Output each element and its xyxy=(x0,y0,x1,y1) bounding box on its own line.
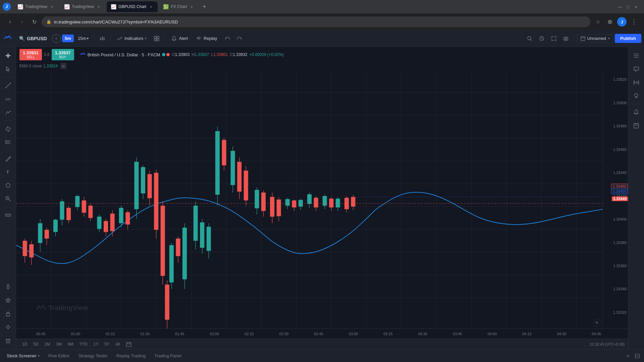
svg-rect-144 xyxy=(270,197,274,217)
chart-canvas[interactable]: 1.33520 1.33500 1.33480 1.33460 1.33440 … xyxy=(16,70,628,328)
redo-button[interactable] xyxy=(234,33,245,44)
tab4-close[interactable]: × xyxy=(189,4,194,9)
ideas-icon xyxy=(633,93,640,99)
tf-1y[interactable]: 1Y xyxy=(91,341,101,348)
refresh-button[interactable]: ↻ xyxy=(30,17,39,26)
timeframe-5m-button[interactable]: 5m xyxy=(62,35,74,42)
tf-5y[interactable]: 5Y xyxy=(102,341,112,348)
forward-button[interactable]: › xyxy=(17,17,27,26)
timeframe-15m-dropdown[interactable]: 15m ▾ xyxy=(75,35,91,42)
buy-button[interactable]: 1.33937 BUY xyxy=(52,49,74,60)
draw-horizontal-tool[interactable] xyxy=(2,93,14,105)
tab1-close[interactable]: × xyxy=(49,4,55,9)
trash-tool[interactable] xyxy=(2,335,14,347)
bottom-panel-collapse-button[interactable] xyxy=(624,352,632,360)
extensions-button[interactable]: ⊕ xyxy=(605,17,614,26)
browser-tab-4[interactable]: 💹 FX Chart × xyxy=(159,1,198,12)
templates-button[interactable] xyxy=(151,33,162,44)
tf-1d[interactable]: 1D xyxy=(19,341,30,348)
publish-button[interactable]: Publish xyxy=(615,34,641,43)
window-minimize[interactable]: — xyxy=(617,4,623,9)
filter-tool[interactable] xyxy=(2,321,14,333)
tab2-close[interactable]: × xyxy=(96,4,101,9)
ema-collapse-button[interactable] xyxy=(60,63,66,69)
pin-tool[interactable] xyxy=(2,281,14,293)
add-symbol-button[interactable]: + xyxy=(52,34,61,43)
lock-tool[interactable] xyxy=(2,308,14,320)
window-close[interactable]: × xyxy=(633,4,639,9)
url-bar[interactable]: 🔒 in.tradingview.com/chart/CACWu27J/?sym… xyxy=(42,16,590,27)
bookmark-button[interactable]: ☆ xyxy=(593,17,602,26)
indicators-button[interactable]: Indicators ▾ xyxy=(113,34,150,43)
star-tool[interactable] xyxy=(2,294,14,306)
toolbar-divider-1 xyxy=(94,35,94,43)
browser-profile-avatar[interactable]: J xyxy=(3,3,11,11)
strategy-tester-tab[interactable]: Strategy Tester xyxy=(74,352,111,360)
svg-rect-104 xyxy=(125,212,130,225)
pine-editor-tab[interactable]: Pine Editor xyxy=(44,352,74,360)
bar-style-button[interactable] xyxy=(97,33,108,44)
ema-value-text: 1.33924 xyxy=(43,64,58,68)
ideas-button[interactable] xyxy=(630,90,642,102)
search-chart-button[interactable] xyxy=(524,33,535,44)
browser-tab-2[interactable]: 📈 TradingView × xyxy=(60,1,105,12)
new-tab-button[interactable]: + xyxy=(200,2,209,11)
svg-rect-138 xyxy=(244,171,248,200)
tf-5d[interactable]: 5D xyxy=(31,341,41,348)
tf-3m[interactable]: 3M xyxy=(53,341,64,348)
fib-tool[interactable] xyxy=(2,136,14,148)
tf-1m[interactable]: 1M xyxy=(42,341,53,348)
time-label-12: 03:30 xyxy=(418,332,428,336)
fullscreen-button[interactable] xyxy=(548,33,559,44)
replay-button[interactable]: Replay xyxy=(193,34,220,43)
watchlist-button[interactable] xyxy=(630,50,642,62)
price-tick-1: 1.33520 xyxy=(613,77,627,81)
text-tool[interactable]: T xyxy=(2,166,14,178)
tf-6m[interactable]: 6M xyxy=(65,341,76,348)
calendar-button[interactable] xyxy=(630,120,642,132)
symbol-info: 1.33931 SELL 0.6 1.33937 BUY xyxy=(19,49,74,60)
crosshair-tool[interactable] xyxy=(2,50,14,62)
time-refresh-button[interactable]: ↻ xyxy=(593,319,601,327)
alert-button[interactable]: Alert xyxy=(168,34,191,43)
tradingview-logo[interactable] xyxy=(3,34,13,44)
svg-rect-3 xyxy=(102,37,103,40)
zoom-tool[interactable] xyxy=(2,193,14,205)
draw-tools-group[interactable] xyxy=(2,106,14,118)
browser-menu-button[interactable]: ⋮ xyxy=(629,17,639,26)
chat-button[interactable] xyxy=(630,63,642,75)
calendar-picker-button[interactable] xyxy=(124,340,133,349)
time-label-15: 04:15 xyxy=(522,332,532,336)
pencil-tool[interactable] xyxy=(2,153,14,165)
window-maximize[interactable]: □ xyxy=(625,4,631,9)
tf-all[interactable]: All xyxy=(113,341,122,348)
sell-button[interactable]: 1.33931 SELL xyxy=(19,49,42,60)
browser-tab-1[interactable]: 📈 TradingView × xyxy=(13,1,59,12)
back-button[interactable]: ‹ xyxy=(5,17,15,26)
replay-trading-tab[interactable]: Replay Trading xyxy=(112,352,150,360)
undo-button[interactable] xyxy=(222,33,233,44)
bottom-panel-expand-button[interactable] xyxy=(633,352,641,360)
time-labels: 00:45 01:00 01:15 01:30 01:45 02:00 02:1… xyxy=(36,332,601,336)
tf-ytd[interactable]: YTD xyxy=(77,341,90,348)
tool-sep-2 xyxy=(3,120,13,121)
browser-tab-3[interactable]: 📈 GBPUSD Chart × xyxy=(107,1,158,12)
stock-screener-tab[interactable]: Stock Screener ▾ xyxy=(3,352,44,360)
cursor-tool[interactable] xyxy=(2,63,14,75)
draw-line-tool[interactable] xyxy=(2,79,14,92)
ruler-tool[interactable] xyxy=(2,209,14,221)
camera-button[interactable] xyxy=(560,33,571,44)
alerts-button[interactable] xyxy=(630,106,642,118)
shapes-tool[interactable] xyxy=(2,179,14,191)
clock-button[interactable] xyxy=(536,33,547,44)
broadcast-icon xyxy=(633,79,640,86)
symbol-search[interactable]: 🔍 GBPUSD xyxy=(15,34,51,43)
layout-button[interactable]: Unnamed ▾ xyxy=(577,34,613,43)
broadcast-button[interactable] xyxy=(630,76,642,88)
tab3-close[interactable]: × xyxy=(148,4,154,9)
trading-panel-tab[interactable]: Trading Panel xyxy=(150,352,185,360)
profile-avatar[interactable]: J xyxy=(617,17,627,26)
svg-line-22 xyxy=(6,83,10,88)
measure-tool[interactable] xyxy=(2,123,14,135)
svg-rect-45 xyxy=(6,340,10,343)
